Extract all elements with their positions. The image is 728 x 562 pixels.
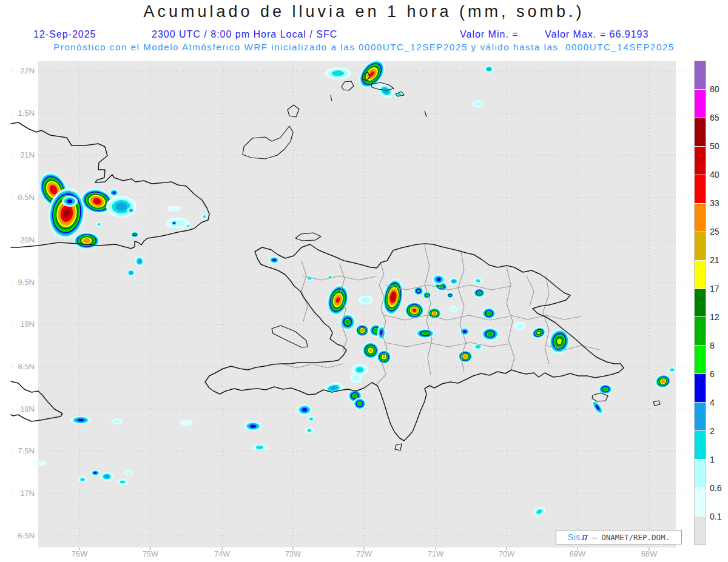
colorbar-segment bbox=[695, 374, 706, 402]
precip-cell bbox=[359, 296, 373, 304]
colorbar-tick-label: 1 bbox=[710, 454, 715, 465]
precip-cell bbox=[90, 470, 100, 476]
weather-map-figure: Acumulado de lluvia en 1 hora (mm, somb.… bbox=[0, 0, 728, 562]
colorbar-tick-label: 2 bbox=[710, 426, 715, 437]
colorbar-tick-label: 12 bbox=[710, 312, 720, 323]
precip-cell bbox=[356, 324, 369, 336]
colorbar-tick-label: 8 bbox=[710, 340, 715, 351]
colorbar-segment bbox=[695, 232, 706, 260]
precip-cell bbox=[130, 232, 139, 238]
precip-cell bbox=[171, 221, 177, 226]
precip-cell bbox=[100, 472, 113, 481]
colorbar-segment bbox=[695, 517, 706, 544]
precip-cell bbox=[73, 232, 100, 249]
precip-cell bbox=[106, 196, 136, 218]
precip-cell bbox=[167, 206, 181, 212]
colorbar-segment bbox=[695, 317, 706, 345]
colorbar-segment bbox=[695, 289, 706, 317]
model-init-line: Pronóstico con el Modelo Atmósferico WRF… bbox=[53, 42, 675, 52]
lon-tick-label: 75W bbox=[137, 549, 164, 558]
precip-cell bbox=[109, 189, 119, 196]
precip-cell bbox=[124, 470, 133, 475]
lon-tick-label: 74W bbox=[209, 549, 235, 558]
colorbar-segment bbox=[695, 175, 706, 203]
colorbar-tick-label: 0.6 bbox=[710, 483, 721, 493]
precip-cell bbox=[306, 275, 313, 281]
precip-cell bbox=[70, 416, 91, 424]
precip-cell bbox=[353, 398, 366, 410]
precip-cell bbox=[459, 327, 470, 336]
colorbar-tick-label: 0.1 bbox=[710, 511, 721, 522]
precip-cell bbox=[180, 420, 193, 426]
lat-tick-label: 21N bbox=[0, 150, 35, 161]
forecast-date: 12-Sep-2025 bbox=[33, 29, 96, 40]
precip-cell bbox=[447, 292, 454, 298]
lat-tick-label: 0.5N bbox=[0, 192, 35, 203]
lon-tick-label: 71W bbox=[422, 549, 449, 558]
colorbar-segment bbox=[695, 90, 706, 118]
precip-cell bbox=[186, 224, 190, 228]
precip-cell bbox=[481, 327, 499, 341]
lon-tick-label: 70W bbox=[493, 549, 520, 558]
precip-cell bbox=[96, 222, 102, 227]
colorbar-segment bbox=[695, 61, 706, 89]
precip-colorbar bbox=[694, 61, 706, 545]
colorbar-tick-label: 6 bbox=[710, 369, 715, 380]
precip-cell bbox=[416, 329, 435, 338]
map-plot-background bbox=[38, 61, 676, 547]
precip-cell bbox=[308, 416, 315, 422]
colorbar-tick-label: 40 bbox=[710, 169, 720, 180]
lat-tick-label: 18N bbox=[0, 404, 35, 415]
precip-cell bbox=[112, 418, 123, 424]
precip-cell bbox=[36, 461, 47, 466]
lat-tick-label: 6.5N bbox=[0, 530, 35, 541]
valor-min-label: Valor Min. = bbox=[460, 29, 519, 40]
lon-tick-label: 76W bbox=[66, 549, 93, 558]
precip-cell bbox=[135, 256, 144, 267]
colorbar-segment bbox=[695, 204, 706, 232]
precip-cell bbox=[78, 477, 87, 483]
precip-cell bbox=[325, 67, 351, 79]
lat-tick-label: 22N bbox=[0, 65, 35, 76]
precip-cell bbox=[350, 373, 362, 383]
precip-cell bbox=[244, 421, 262, 431]
colorbar-tick-label: 65 bbox=[710, 112, 720, 123]
lat-tick-label: 20N bbox=[0, 235, 35, 246]
precip-cell bbox=[252, 444, 268, 451]
lat-tick-label: 7.5N bbox=[0, 446, 35, 457]
precip-cell bbox=[201, 214, 207, 219]
colorbar-segment bbox=[695, 403, 706, 430]
precip-cell bbox=[458, 350, 473, 363]
colorbar-segment bbox=[695, 147, 706, 175]
precip-cell bbox=[484, 65, 494, 73]
map-canvas bbox=[0, 0, 728, 562]
colorbar-tick-label: 80 bbox=[710, 84, 720, 95]
precip-cell bbox=[297, 404, 312, 415]
colorbar-tick-label: 21 bbox=[710, 255, 720, 266]
sispi-sis-text: Sis bbox=[568, 532, 581, 542]
figure-title: Acumulado de lluvia en 1 hora (mm, somb.… bbox=[0, 2, 728, 21]
colorbar-segment bbox=[695, 460, 706, 487]
lat-tick-label: 17N bbox=[0, 488, 35, 499]
sispi-pi-icon: π bbox=[581, 532, 587, 543]
colorbar-segment bbox=[695, 431, 706, 459]
precip-cell bbox=[377, 325, 386, 341]
lat-tick-label: 8.5N bbox=[0, 361, 35, 372]
precip-cell bbox=[127, 207, 135, 213]
precip-cell bbox=[117, 479, 128, 485]
colorbar-tick-label: 50 bbox=[710, 141, 720, 152]
precip-cell bbox=[668, 367, 676, 373]
onamet-credit-text: – ONAMET/REP.DOM. bbox=[588, 533, 670, 542]
colorbar-segment bbox=[695, 118, 706, 146]
lon-tick-label: 73W bbox=[280, 549, 306, 558]
precip-cell bbox=[449, 278, 459, 285]
precip-cell bbox=[473, 288, 485, 298]
colorbar-segment bbox=[695, 261, 706, 289]
sispi-onamet-credit: Sis π – ONAMET/REP.DOM. bbox=[556, 530, 682, 544]
precip-cell bbox=[305, 427, 314, 433]
precip-cell bbox=[450, 306, 458, 312]
lat-tick-label: 9.5N bbox=[0, 277, 35, 288]
precip-cell bbox=[127, 269, 135, 276]
colorbar-tick-label: 25 bbox=[710, 226, 720, 237]
precip-cell bbox=[514, 322, 526, 330]
